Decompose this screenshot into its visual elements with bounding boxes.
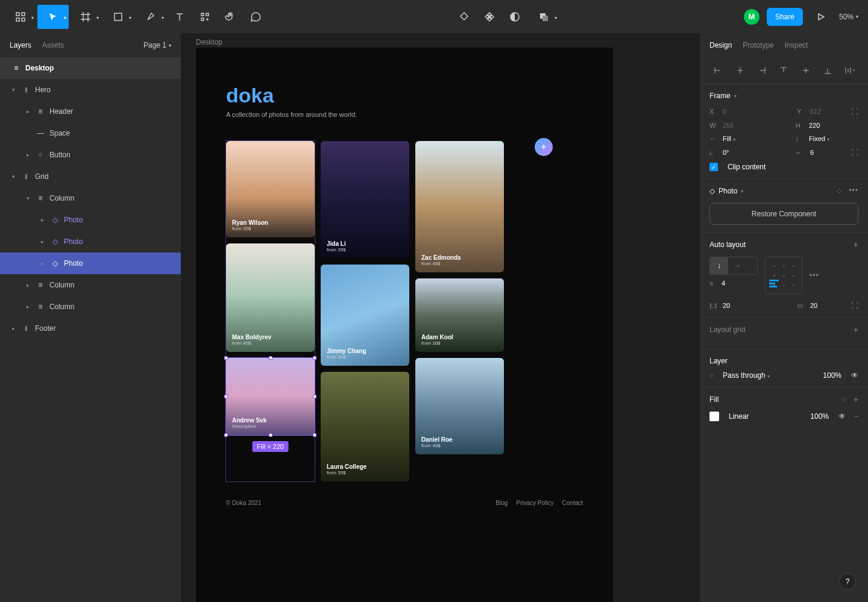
eye-icon[interactable]: 👁 xyxy=(851,371,858,380)
al-more-icon[interactable]: ••• xyxy=(810,271,819,280)
align-hcenter-icon[interactable] xyxy=(729,62,750,79)
boolean-icon[interactable]: ▾ xyxy=(528,5,559,29)
comment-tool[interactable] xyxy=(244,5,268,29)
present-button[interactable] xyxy=(809,5,833,29)
undo-icon[interactable] xyxy=(452,5,476,29)
layer-space[interactable]: —Space xyxy=(0,122,181,144)
share-button[interactable]: Share xyxy=(767,8,803,26)
direction-toggle[interactable]: ↓ → xyxy=(709,257,758,275)
layer-button[interactable]: ▸⁘Button xyxy=(0,144,181,166)
horizontal-dir-icon[interactable]: → xyxy=(728,257,746,274)
layer-desktop[interactable]: ≡Desktop xyxy=(0,57,181,79)
radius-input[interactable] xyxy=(810,149,846,156)
layer-header[interactable]: ▸≡Header xyxy=(0,101,181,122)
menu-button[interactable]: ▾ xyxy=(5,5,36,29)
photo-card[interactable]: Laura Collegefrom 35$ xyxy=(321,372,409,481)
frame-section-title[interactable]: Frame▾ xyxy=(709,92,737,100)
layer-photo1[interactable]: ▸◇Photo xyxy=(0,209,181,231)
blend-mode[interactable]: Pass through ▾ xyxy=(723,371,770,380)
page-selector[interactable]: Page 1▾ xyxy=(143,41,171,49)
align-right-icon[interactable] xyxy=(751,62,773,79)
layer-column3[interactable]: ▸≡Column xyxy=(0,296,181,318)
clip-checkbox[interactable]: ✓ xyxy=(709,163,718,171)
restore-component-button[interactable]: Restore Component xyxy=(709,203,858,225)
fill-type[interactable]: Linear xyxy=(729,412,749,421)
text-tool[interactable] xyxy=(168,5,192,29)
fill-style-icon[interactable]: ⁘ xyxy=(840,395,848,404)
fill-swatch[interactable] xyxy=(709,412,719,421)
photo-card[interactable]: Daniel Roefrom 40$ xyxy=(415,358,504,454)
footer-link[interactable]: Contact xyxy=(562,500,583,506)
spacing-input[interactable] xyxy=(722,280,758,287)
add-fill-icon[interactable]: + xyxy=(854,395,858,404)
vertical-dir-icon[interactable]: ↓ xyxy=(710,257,728,274)
toolbar: ▾ ▾ ▾ ▾ ▾ xyxy=(0,0,868,33)
x-input[interactable] xyxy=(723,108,759,115)
add-grid-icon[interactable]: + xyxy=(854,325,858,334)
tab-layers[interactable]: Layers xyxy=(10,41,31,49)
resources-tool[interactable] xyxy=(193,5,217,29)
add-autolayout-icon[interactable]: + xyxy=(854,240,858,249)
photo-card[interactable]: Ryan Wilsonfrom 35$ xyxy=(226,141,315,237)
corners-icon[interactable]: ⛶ xyxy=(851,148,858,157)
photo-name: Jida Li xyxy=(327,240,346,247)
h-input[interactable] xyxy=(809,122,845,129)
constraint-w[interactable]: Fill ▾ xyxy=(723,135,759,142)
constraint-h[interactable]: Fixed ▾ xyxy=(809,135,845,142)
rotation-input[interactable] xyxy=(723,149,759,156)
align-left-icon[interactable] xyxy=(707,62,729,79)
layer-grid[interactable]: ▾⦀Grid xyxy=(0,166,181,187)
fill-opacity[interactable]: 100% xyxy=(810,412,829,421)
frame-tool[interactable]: ▾ xyxy=(70,5,101,29)
layer-footer[interactable]: ▸⦀Footer xyxy=(0,318,181,339)
photo-card[interactable]: Andrew SvkDescriptionFill × 220 xyxy=(226,358,315,435)
help-button[interactable]: ? xyxy=(839,573,856,590)
avatar[interactable]: M xyxy=(744,9,760,25)
more-icon[interactable]: ••• xyxy=(849,186,858,196)
w-input[interactable] xyxy=(723,122,759,129)
alignment-box[interactable] xyxy=(765,257,802,294)
lines-icon: ≡ xyxy=(35,281,46,289)
layer-photo2[interactable]: ▸◇Photo xyxy=(0,231,181,252)
canvas[interactable]: Desktop doka A collection of photos from… xyxy=(181,33,699,602)
pad-h-input[interactable] xyxy=(723,302,759,309)
opacity-input[interactable]: 100% xyxy=(823,371,841,380)
align-top-icon[interactable] xyxy=(773,62,794,79)
artboard-desktop[interactable]: doka A collection of photos from around … xyxy=(196,48,613,602)
pen-tool[interactable]: ▾ xyxy=(135,5,166,29)
photo-card[interactable]: Max Boldyrevfrom 45$ xyxy=(226,243,315,352)
photo-card[interactable]: Jida Lifrom 35$ xyxy=(321,141,409,259)
layer-photo3[interactable]: ▸◇Photo xyxy=(0,252,181,274)
resize-icon[interactable]: ⛶ xyxy=(851,107,858,116)
pad-individual-icon[interactable]: ⛶ xyxy=(851,301,858,310)
footer-link[interactable]: Blog xyxy=(495,500,508,506)
layer-column1[interactable]: ▾≡Column xyxy=(0,187,181,209)
photo-card[interactable]: Zac Edmondsfrom 45$ xyxy=(415,141,504,272)
align-bottom-icon[interactable] xyxy=(817,62,838,79)
minus-icon[interactable]: − xyxy=(854,412,858,421)
tab-assets[interactable]: Assets xyxy=(42,41,64,49)
eye-icon[interactable]: 👁 xyxy=(838,412,846,421)
shape-tool[interactable]: ▾ xyxy=(102,5,134,29)
lines-icon: ≡ xyxy=(35,303,46,311)
layer-column2[interactable]: ▸≡Column xyxy=(0,274,181,296)
swap-icon[interactable]: ⁘ xyxy=(835,186,843,196)
photo-card[interactable]: Jimmy Changfrom 35$ xyxy=(321,265,409,366)
zoom-level[interactable]: 50%▾ xyxy=(834,13,863,21)
move-tool[interactable]: ▾ xyxy=(37,5,69,29)
footer-link[interactable]: Privacy Policy xyxy=(516,500,553,506)
layer-hero[interactable]: ▾⦀Hero xyxy=(0,79,181,101)
y-input[interactable] xyxy=(810,108,846,115)
tab-prototype[interactable]: Prototype xyxy=(743,41,773,49)
tab-design[interactable]: Design xyxy=(709,41,732,49)
component-title[interactable]: ◇ Photo ▾ xyxy=(709,187,743,195)
add-button[interactable]: + xyxy=(535,138,553,156)
align-vcenter-icon[interactable] xyxy=(795,62,817,79)
distribute-icon[interactable]: ▾ xyxy=(839,62,861,79)
pad-v-input[interactable] xyxy=(810,302,846,309)
photo-card[interactable]: Adam Koolfrom 30$ xyxy=(415,278,504,352)
component-icon[interactable] xyxy=(477,5,502,29)
hand-tool[interactable] xyxy=(218,5,242,29)
tab-inspect[interactable]: Inspect xyxy=(785,41,808,49)
mask-icon[interactable] xyxy=(503,5,527,29)
